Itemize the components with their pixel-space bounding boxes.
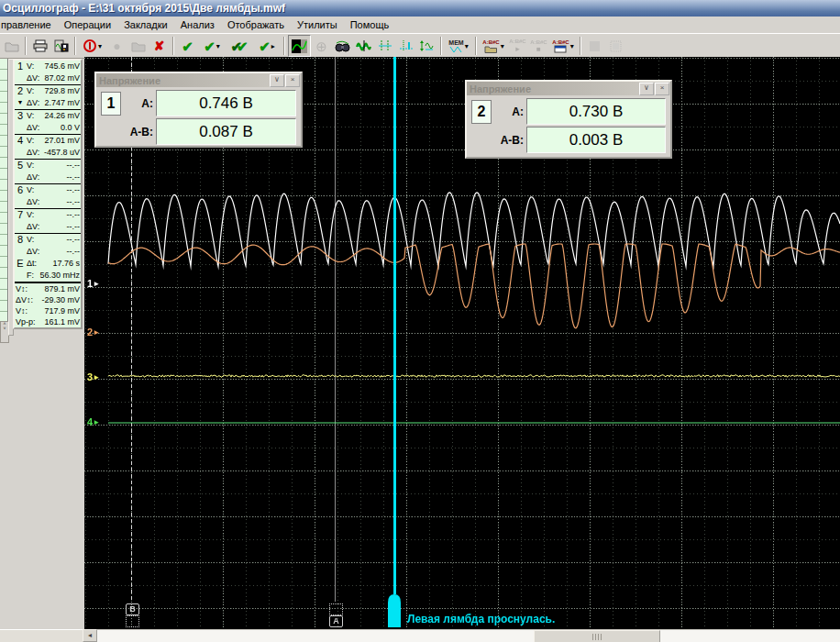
channel-v-line: V:27.01 mV [26,135,81,147]
voltage-panel-1[interactable]: Напряжение ∨ × 1 A: 0.746 В A-B: 0.087 В [94,72,303,148]
check-icon: ✔ [204,39,216,53]
signal-zoom-button[interactable] [353,36,374,56]
stats-list: V↕:879.1 mVΔV↕:-29.30 mVV↕:717.9 mVVp-p:… [15,282,81,327]
accept-next-button[interactable]: ✔▸ [253,36,281,56]
window-title-bar[interactable]: Осциллограф - E:\31 октября 2015\Две лям… [0,0,840,17]
cursors-button[interactable] [374,36,395,56]
menu-item-5[interactable]: Утилиты [291,17,344,32]
channel-row[interactable]: 1V:745.6 mVΔV:87.02 mV [15,61,81,85]
ab-value: 0.087 В [156,118,296,145]
channel-row[interactable]: 7V:--.--ΔV:--.-- [15,209,81,234]
menu-item-3[interactable]: Анализ [174,17,221,32]
delete-marks-button[interactable]: ✘ [149,36,170,56]
record-button[interactable]: ● [106,36,127,56]
script-window-button[interactable]: A:B#C ▾ [549,36,577,56]
accept-menu-button[interactable]: ✔▾ [198,36,226,56]
web-button[interactable]: ⊕ [311,36,332,56]
collapse-button[interactable]: ∨ [639,83,654,95]
channel-values: V:--.--ΔV:--.-- [26,184,81,208]
channel-values: V:729.8 mVΔV:2.747 mV [26,85,81,109]
globe-icon: ⊕ [315,39,327,53]
channel-number: 2▼ [15,85,26,109]
bottom-left-corner [0,629,83,642]
memory-wave-icon [449,46,462,53]
accept-button[interactable]: ✔ [177,36,198,56]
memory-waveform-button[interactable]: MEM ▾ [445,36,472,56]
clipped-channel-column [0,59,8,334]
delete-icon: ✘ [154,39,165,52]
window-icon [554,45,567,53]
channel-marker-1[interactable]: 1► [87,278,100,290]
menu-item-6[interactable]: Помощь [344,17,396,32]
toolbar-separator [283,37,285,55]
script-stop-button[interactable]: A:B#C■ [528,36,549,56]
channel-number-badge: 2 [471,100,492,124]
panel-dotted-button[interactable] [605,36,626,56]
freq-value: 56.30 mHz [39,270,80,282]
channel-marker-4[interactable]: 4► [87,416,100,428]
channel-row[interactable]: 3V:24.26 mVΔV:0.0 V [15,110,81,135]
toolbar-separator [25,37,27,55]
folder-icon [484,45,498,53]
toolbar-separator [475,37,477,55]
menu-item-0[interactable]: правление [0,17,58,32]
channel-dv-line: ΔV:--.-- [26,221,81,233]
channel-marker-2[interactable]: 2► [87,327,100,338]
scroll-left-button[interactable]: ◂ [83,629,97,642]
voltage-panel-2[interactable]: Напряжение ∨ × 2 A: 0.730 В A-B: 0.003 В [465,80,672,159]
scrollbar-thumb[interactable] [534,630,660,642]
cursor-b-tag[interactable]: B [126,603,139,615]
save-oscillogram-button[interactable] [50,36,72,56]
play-icon: ▸ [515,44,520,53]
close-button[interactable]: × [285,74,300,87]
print-button[interactable] [29,36,50,56]
dotted-square-icon [610,40,622,52]
event-annotation: Левая лямбда проснулась. [407,613,555,625]
script-run-button[interactable]: A:B#C▸ [507,36,528,56]
channel-number-badge: 1 [101,92,121,116]
script-open-button[interactable]: A:B#C ▾ [480,36,507,56]
a-label: A: [494,98,524,125]
vertical-scale-button[interactable] [416,36,437,56]
a-value: 0.730 В [526,98,666,125]
scrollbar-track[interactable] [97,629,840,642]
accept-all-button[interactable]: ✔✔ [226,36,253,56]
channel-number: 5 [15,160,26,183]
time-row-id: E [15,258,26,270]
voltage-panel-2-titlebar[interactable]: Напряжение ∨ × [467,82,670,95]
channel-number: 1 [15,61,26,84]
menu-item-4[interactable]: Отображать [221,17,291,32]
horizontal-scroll-row: ◂ [0,629,840,642]
search-button[interactable] [332,36,353,56]
mem-label: MEM [448,39,463,46]
channel-row[interactable]: 4V:27.01 mVΔV:-457.8 uV [15,135,81,160]
menu-item-1[interactable]: Операции [58,17,117,32]
stat-row: Vp-p:161.1 mV [15,316,81,327]
preview-mode-button[interactable] [288,35,311,57]
channel-row[interactable]: 8V:--.--ΔV:--.-- [15,234,81,258]
menu-item-2[interactable]: Закладки [117,17,174,32]
channel-row[interactable]: 5V:--.--ΔV:--.-- [15,160,81,184]
cursor-a-slot[interactable] [329,603,343,615]
collapse-button[interactable]: ∨ [270,74,284,87]
time-row[interactable]: E Δt:17.76 s F:56.30 mHz [15,258,81,282]
channel-marker-3[interactable]: 3► [87,371,100,383]
markers-button[interactable] [395,36,416,56]
toolbar-separator [74,37,76,55]
channel-row[interactable]: 2▼V:729.8 mVΔV:2.747 mV [15,85,81,110]
voltage-panel-1-titlebar[interactable]: Напряжение ∨ × [96,73,301,87]
dropdown-arrow-icon: ▾ [216,42,220,50]
snapshot-button[interactable] [127,36,149,56]
next-arrow-icon: ▸ [271,42,275,50]
open-file-button[interactable] [1,36,22,56]
channel-dv-line: ΔV:2.747 mV [26,97,81,109]
cursor-a-tag[interactable]: A [329,615,343,627]
stat-row: ΔV↕:-29.30 mV [15,294,81,305]
channel-number: 6 [15,184,26,208]
stop-acquisition-button[interactable]: ▾ [79,36,106,56]
channel-row[interactable]: 6V:--.--ΔV:--.-- [15,184,81,209]
cursor-b-slot[interactable] [126,615,139,627]
stat-row: V↕:879.1 mV [15,283,81,294]
panel-solid-button[interactable] [584,36,605,56]
close-button[interactable]: × [655,83,669,95]
